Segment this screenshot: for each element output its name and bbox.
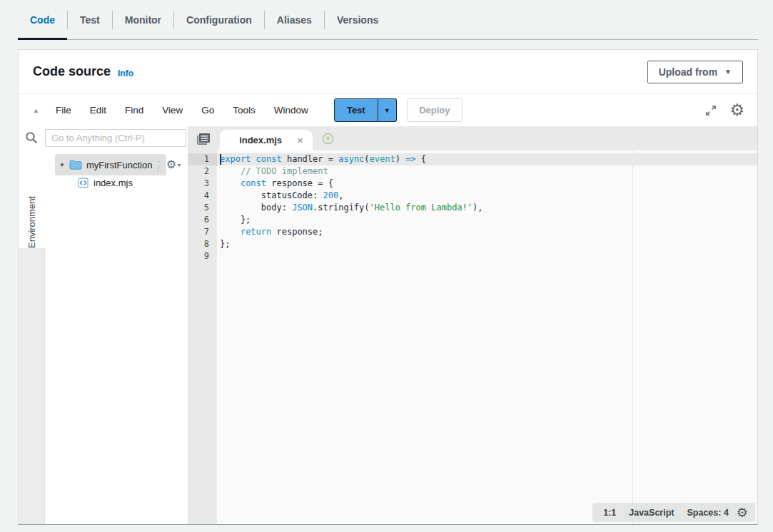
tab-test[interactable]: Test [68, 0, 112, 40]
test-dropdown-button[interactable]: ▼ [378, 98, 397, 122]
code-line: 5 body: JSON.stringify('Hello from Lambd… [188, 202, 757, 214]
tab-configuration[interactable]: Configuration [174, 0, 264, 40]
code-line: 3 const response = { [188, 178, 757, 190]
code-line-text: export const handler = async(event) => { [217, 153, 426, 165]
editor-main: Environment ▼ myFirstFunc [19, 126, 757, 524]
line-number: 5 [188, 202, 217, 214]
language-mode[interactable]: JavaScript [622, 508, 680, 518]
text-cursor [220, 154, 221, 165]
code-line: 1export const handler = async(event) => … [188, 153, 757, 165]
editor-menus: File Edit Find View Go Tools Window [56, 105, 308, 116]
cursor-position[interactable]: 1:1 [597, 508, 622, 518]
statusbar-gear-icon[interactable]: ⚙ [735, 506, 751, 519]
upload-from-button[interactable]: Upload from ▼ [647, 61, 743, 83]
close-tab-icon[interactable]: × [297, 135, 303, 145]
tree-expand-caret-icon[interactable]: ▼ [59, 162, 65, 168]
goto-anything-row [19, 128, 188, 148]
tree-row-file[interactable]: index.mjs [45, 174, 188, 191]
file-name: index.mjs [94, 178, 133, 188]
menu-view[interactable]: View [162, 105, 183, 116]
editor-tab-indexmjs[interactable]: index.mjs × [220, 130, 313, 150]
search-icon[interactable] [19, 131, 45, 145]
code-source-panel: Code source Info Upload from ▼ ▲ File Ed… [18, 49, 758, 525]
folder-path-suffix: - / [157, 156, 161, 173]
side-tab-strip-filler [19, 248, 45, 524]
environment-tab-label: Environment [26, 150, 37, 248]
editor-menubar: ▲ File Edit Find View Go Tools Window Te… [19, 94, 757, 126]
tab-list-icon[interactable] [197, 133, 211, 145]
line-number: 2 [188, 165, 217, 178]
tab-aliases-label: Aliases [277, 14, 312, 26]
menu-find[interactable]: Find [125, 105, 143, 116]
collapse-pane-icon[interactable]: ▲ [33, 107, 39, 114]
editor-status-bar: 1:1 JavaScript Spaces: 4 ⚙ [592, 503, 755, 522]
line-number: 4 [188, 190, 217, 202]
info-link[interactable]: Info [118, 68, 133, 78]
menu-tools[interactable]: Tools [233, 105, 256, 116]
chevron-down-icon: ▼ [384, 107, 390, 114]
file-tree: ▼ myFirstFunction - / ⚙ ▾ [45, 148, 188, 524]
fullscreen-icon[interactable] [704, 104, 717, 117]
menu-go[interactable]: Go [201, 105, 214, 116]
editor-pane: index.mjs × + 1export const handler = as… [188, 126, 757, 524]
tab-code[interactable]: Code [18, 0, 67, 40]
code-line-text: // TODO implement [217, 165, 328, 178]
tab-versions[interactable]: Versions [325, 0, 390, 40]
line-number: 8 [188, 238, 217, 250]
chevron-down-icon: ▾ [178, 162, 181, 168]
tree-settings-button[interactable]: ⚙ ▾ [166, 159, 181, 170]
code-line: 7 return response; [188, 226, 757, 238]
menubar-icons: ⚙ [704, 102, 750, 118]
gear-icon: ⚙ [166, 159, 176, 170]
code-line-text [217, 250, 220, 262]
code-line: 4 statusCode: 200, [188, 190, 757, 202]
tab-test-label: Test [80, 14, 100, 26]
upload-from-label: Upload from [659, 66, 717, 78]
folder-icon [69, 160, 82, 170]
editor-tab-strip: index.mjs × + [188, 126, 757, 150]
code-line-text: }; [217, 238, 230, 250]
page-title: Code source [33, 64, 111, 79]
code-source-header: Code source Info Upload from ▼ [19, 50, 757, 94]
line-number: 6 [188, 214, 217, 226]
tab-versions-label: Versions [337, 14, 378, 26]
tab-code-label: Code [30, 14, 55, 26]
code-line: 8}; [188, 238, 757, 250]
line-number: 3 [188, 178, 217, 190]
line-number: 7 [188, 226, 217, 238]
indentation-setting[interactable]: Spaces: 4 [680, 508, 734, 518]
code-line-text: const response = { [217, 178, 333, 190]
js-file-icon [78, 178, 89, 188]
chevron-down-icon: ▼ [724, 68, 732, 76]
tree-row-folder[interactable]: ▼ myFirstFunction - / ⚙ ▾ [45, 155, 188, 174]
side-tab-strip: Environment [19, 148, 45, 524]
tab-aliases[interactable]: Aliases [265, 0, 324, 40]
code-line: 9 [188, 250, 757, 262]
left-sidebar: Environment ▼ myFirstFunc [19, 126, 188, 524]
code-line: 6 }; [188, 214, 757, 226]
tab-environment[interactable]: Environment [19, 148, 45, 248]
tab-monitor-label: Monitor [125, 14, 161, 26]
function-tab-bar: Code Test Monitor Configuration Aliases … [18, 0, 758, 40]
test-split-button: Test ▼ [334, 98, 397, 122]
code-line-text: return response; [217, 226, 323, 238]
left-body: Environment ▼ myFirstFunc [19, 148, 188, 524]
editor-tab-label: index.mjs [237, 135, 284, 145]
code-line-text: body: JSON.stringify('Hello from Lambda!… [217, 202, 483, 214]
code-line-text: }; [217, 214, 251, 226]
test-button[interactable]: Test [334, 98, 378, 122]
goto-anything-input[interactable] [45, 129, 186, 147]
line-number: 9 [188, 250, 217, 262]
menu-file[interactable]: File [56, 105, 71, 116]
menu-edit[interactable]: Edit [90, 105, 106, 116]
code-editor[interactable]: 1export const handler = async(event) => … [188, 150, 757, 524]
new-tab-icon[interactable]: + [323, 133, 333, 144]
line-number: 1 [188, 153, 217, 165]
tab-monitor[interactable]: Monitor [113, 0, 173, 40]
deploy-button[interactable]: Deploy [407, 98, 463, 122]
editor-settings-gear-icon[interactable]: ⚙ [729, 102, 744, 118]
code-line-text: statusCode: 200, [217, 190, 343, 202]
folder-name: myFirstFunction [86, 160, 152, 170]
folder-selection: ▼ myFirstFunction - / [55, 154, 166, 175]
menu-window[interactable]: Window [274, 105, 308, 116]
